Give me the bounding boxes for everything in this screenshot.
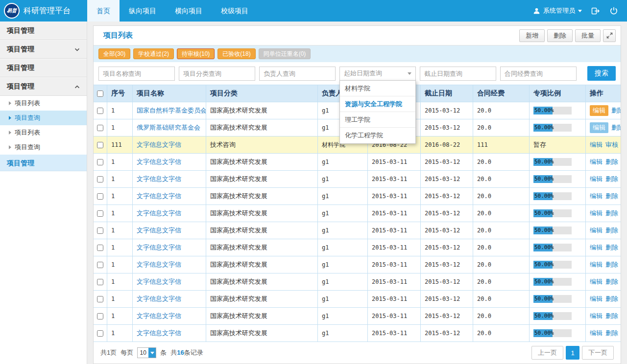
filter-tab-accepted[interactable]: 已验收(18) <box>217 48 255 59</box>
ratio-progress-bar: 50.00% <box>533 227 572 234</box>
edit-link[interactable]: 编辑 <box>590 226 603 235</box>
project-name-link[interactable]: 国家自然科学基金委员会 <box>137 106 206 115</box>
delete-button[interactable]: 删除 <box>547 29 573 42</box>
delete-link[interactable]: 删除 <box>605 226 618 235</box>
arrow-right-icon <box>9 116 11 120</box>
nav-tab-home[interactable]: 首页 <box>87 0 120 22</box>
edit-link[interactable]: 编辑 <box>590 312 603 320</box>
prev-page-button[interactable]: 上一页 <box>531 346 563 360</box>
search-button[interactable]: 搜索 <box>587 66 616 81</box>
edit-link[interactable]: 编辑 <box>590 192 603 201</box>
row-checkbox[interactable] <box>97 176 103 182</box>
nav-tab-school-projects[interactable]: 校级项目 <box>212 0 258 22</box>
row-checkbox[interactable] <box>97 159 103 165</box>
row-checkbox[interactable] <box>97 125 103 131</box>
edit-link[interactable]: 编辑 <box>590 243 603 252</box>
sidebar-group-project-manage-4[interactable]: 项目管理 <box>0 77 87 96</box>
logout-icon[interactable] <box>590 5 601 16</box>
dropdown-option[interactable]: 理工学院 <box>340 112 415 128</box>
project-name-link[interactable]: 文字信息文字信 <box>137 260 181 269</box>
edit-link[interactable]: 编辑 <box>590 158 603 166</box>
sidebar-item-project-list-1[interactable]: 项目列表 <box>0 96 87 111</box>
edit-link[interactable]: 编辑 <box>590 295 603 303</box>
row-checkbox[interactable] <box>97 262 103 268</box>
dropdown-option[interactable]: 资源与安全工程学院 <box>340 96 415 112</box>
sidebar-item-project-query-2[interactable]: 项目查询 <box>0 140 87 155</box>
row-checkbox[interactable] <box>97 296 103 302</box>
row-checkbox[interactable] <box>97 108 103 114</box>
current-page-button[interactable]: 1 <box>566 346 579 360</box>
dropdown-option[interactable]: 化学工程学院 <box>340 128 415 143</box>
delete-link[interactable]: 删除 <box>605 158 618 166</box>
project-name-input[interactable] <box>98 67 175 81</box>
delete-link[interactable]: 删除 <box>605 175 618 183</box>
batch-button[interactable]: 批量 <box>575 29 601 42</box>
project-name-link[interactable]: 文字信息文字信 <box>137 243 181 252</box>
project-name-link[interactable]: 文字信息文字信 <box>137 226 181 235</box>
sidebar-item-project-query-1[interactable]: 项目查询 <box>0 111 87 125</box>
project-name-link[interactable]: 文字信息文字信 <box>137 277 181 286</box>
dropdown-option[interactable]: 材料学院 <box>340 81 415 96</box>
edit-link[interactable]: 编辑 <box>590 105 608 116</box>
per-page-select[interactable]: 10 <box>137 347 156 358</box>
delete-link[interactable]: 删除 <box>605 329 618 338</box>
edit-link[interactable]: 编辑 <box>590 209 603 218</box>
filter-tab-same-unit-duplicate[interactable]: 同单位迁重名(0) <box>259 48 311 59</box>
edit-link[interactable]: 编辑 <box>590 140 603 149</box>
row-checkbox[interactable] <box>97 210 103 217</box>
sidebar-group-project-manage-2[interactable]: 项目管理 <box>0 40 87 59</box>
add-button[interactable]: 新增 <box>519 29 545 42</box>
project-name-link[interactable]: 文字信息文字信 <box>137 175 181 183</box>
delete-link[interactable]: 删除 <box>605 295 618 303</box>
row-checkbox[interactable] <box>97 313 103 319</box>
row-checkbox[interactable] <box>97 142 103 148</box>
project-name-link[interactable]: 文字信息文字信 <box>137 312 181 320</box>
contract-fund-input[interactable] <box>500 67 577 81</box>
project-name-link[interactable]: 文字信息文字信 <box>137 158 181 166</box>
nav-tab-horizontal-projects[interactable]: 横向项目 <box>166 0 212 22</box>
user-menu[interactable]: 系统管理员 <box>533 6 582 15</box>
row-checkbox[interactable] <box>97 245 103 251</box>
sidebar-item-project-manage-active[interactable]: 项目管理 <box>0 155 87 171</box>
next-page-button[interactable]: 下一页 <box>582 346 614 360</box>
select-all-checkbox[interactable] <box>97 91 103 97</box>
row-checkbox[interactable] <box>97 330 103 337</box>
sidebar-group-label: 项目管理 <box>7 82 34 91</box>
start-date-select[interactable]: 起始日期查询 <box>339 67 416 81</box>
row-checkbox[interactable] <box>97 193 103 200</box>
nav-tab-vertical-projects[interactable]: 纵向项目 <box>120 0 166 22</box>
delete-link[interactable]: 删除 <box>611 106 621 115</box>
edit-link[interactable]: 编辑 <box>590 277 603 286</box>
delete-link[interactable]: 删除 <box>611 123 621 132</box>
project-name-link[interactable]: 俄罗斯基础研究基金会 <box>137 123 200 132</box>
delete-link[interactable]: 删除 <box>605 192 618 201</box>
edit-link[interactable]: 编辑 <box>590 329 603 338</box>
row-checkbox[interactable] <box>97 228 103 234</box>
delete-link[interactable]: 审核 <box>605 140 618 149</box>
sidebar-item-project-list-2[interactable]: 项目列表 <box>0 125 87 140</box>
delete-link[interactable]: 删除 <box>605 209 618 218</box>
project-name-link[interactable]: 文字信息文字信 <box>137 295 181 303</box>
sidebar-group-project-manage-1[interactable]: 项目管理 <box>0 22 87 40</box>
row-checkbox[interactable] <box>97 279 103 285</box>
project-name-link[interactable]: 文字信息文字信 <box>137 209 181 218</box>
leader-input[interactable] <box>259 67 336 81</box>
delete-link[interactable]: 删除 <box>605 312 618 320</box>
end-date-input[interactable] <box>420 67 496 81</box>
edit-link[interactable]: 编辑 <box>590 260 603 269</box>
power-icon[interactable] <box>608 5 619 16</box>
delete-link[interactable]: 删除 <box>605 243 618 252</box>
filter-tab-all[interactable]: 全部(30) <box>98 48 130 59</box>
project-name-link[interactable]: 文字信息文字信 <box>137 329 181 338</box>
filter-tab-school-passed[interactable]: 学校通过(2) <box>133 48 174 59</box>
filter-tab-pending-review[interactable]: 待审核(10) <box>177 48 215 59</box>
expand-button[interactable] <box>603 29 616 42</box>
project-name-link[interactable]: 文字信息文字信 <box>137 140 181 149</box>
sidebar-group-project-manage-3[interactable]: 项目管理 <box>0 59 87 77</box>
project-category-input[interactable] <box>179 67 255 81</box>
delete-link[interactable]: 删除 <box>605 260 618 269</box>
edit-link[interactable]: 编辑 <box>590 122 608 133</box>
edit-link[interactable]: 编辑 <box>590 175 603 183</box>
delete-link[interactable]: 删除 <box>605 277 618 286</box>
project-name-link[interactable]: 文字信息文字信 <box>137 192 181 201</box>
